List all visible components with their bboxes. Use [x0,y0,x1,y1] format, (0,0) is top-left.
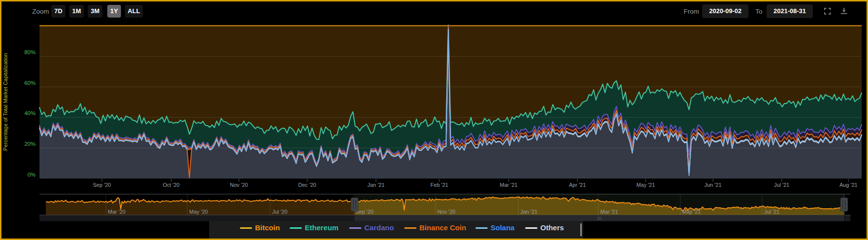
svg-text:80%: 80% [24,49,36,55]
svg-text:40%: 40% [24,110,36,116]
svg-text:Jun '21: Jun '21 [704,182,721,188]
svg-text:Jul '21: Jul '21 [764,209,779,215]
svg-text:May '21: May '21 [636,182,655,188]
svg-text:60%: 60% [24,80,36,86]
svg-text:Percentage of Total Market Cap: Percentage of Total Market Capitalizatio… [2,53,8,151]
svg-text:Jul '20: Jul '20 [272,209,287,215]
svg-text:20%: 20% [24,141,36,147]
svg-text:Oct '20: Oct '20 [163,182,180,188]
svg-text:Apr '21: Apr '21 [569,182,586,188]
svg-text:Mar '21: Mar '21 [600,209,618,215]
svg-text:Mar '20: Mar '20 [108,209,125,215]
svg-text:Sep '20: Sep '20 [93,182,111,188]
svg-text:Nov '20: Nov '20 [437,209,455,215]
svg-text:Jul '21: Jul '21 [774,182,789,188]
svg-text:May '20: May '20 [189,209,208,215]
svg-text:0%: 0% [27,172,36,178]
svg-text:May '21: May '21 [682,209,701,215]
svg-text:Jan '21: Jan '21 [520,209,537,215]
svg-text:Nov '20: Nov '20 [230,182,248,188]
svg-text:Mar '21: Mar '21 [500,182,517,188]
svg-text:Dec '20: Dec '20 [298,182,316,188]
svg-text:Jan '21: Jan '21 [367,182,384,188]
svg-text:Feb '21: Feb '21 [431,182,448,188]
svg-text:Aug '21: Aug '21 [840,182,858,188]
